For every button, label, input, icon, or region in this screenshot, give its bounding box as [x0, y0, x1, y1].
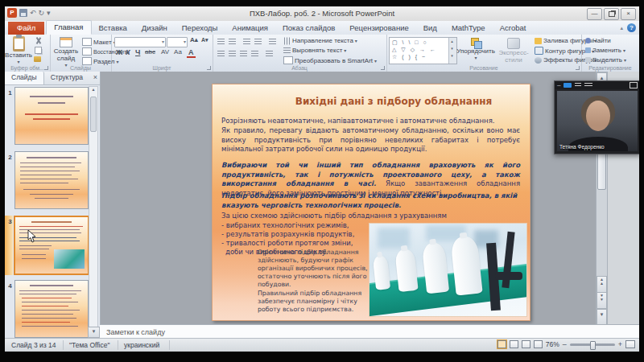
bold-button[interactable]: Ж [114, 48, 124, 56]
slide-thumbnail-2[interactable] [14, 151, 89, 209]
slide-thumbnail-1[interactable] [14, 87, 89, 145]
webcam-overlay[interactable]: – Тетяна Федоренко [554, 80, 639, 154]
zoom-out-button[interactable]: – [563, 341, 567, 348]
tab-slideshow[interactable]: Показ слайдов [275, 22, 342, 35]
help-icon[interactable]: ? [627, 23, 636, 32]
shrink-font-button[interactable]: A▾ [200, 37, 210, 43]
slide-number: 2 [6, 154, 14, 161]
next-slide-button[interactable]: ▼▼ [597, 292, 607, 309]
tab-mathtype[interactable]: MathType [444, 22, 493, 35]
char-spacing-button[interactable]: AV [159, 48, 171, 56]
paste-button[interactable]: Вставить▾ [6, 36, 31, 66]
paragraph-dialog-launcher[interactable] [381, 66, 385, 70]
tab-animations[interactable]: Анимация [225, 22, 275, 35]
group-editing: Найти Заменить▾ Выделить▾ Редактирование [581, 35, 639, 72]
shapes-gallery-scroll[interactable]: ▴▾▾ [448, 38, 456, 64]
tab-insert[interactable]: Вставка [92, 22, 134, 35]
text-direction-button[interactable]: Направление текста▾ [283, 37, 357, 44]
drawing-dialog-launcher[interactable] [576, 66, 580, 70]
milk-bottle [422, 242, 449, 294]
strikethrough-button[interactable]: abc [143, 48, 157, 56]
zoom-slider[interactable] [570, 343, 615, 346]
find-button[interactable]: Найти [585, 37, 611, 44]
decrease-indent-icon[interactable] [243, 39, 250, 45]
change-case-button[interactable]: Аа [172, 48, 184, 56]
grow-font-button[interactable]: A▴ [188, 36, 200, 43]
clipboard-dialog-launcher[interactable] [44, 66, 48, 70]
view-normal-button[interactable] [497, 340, 506, 348]
align-center-icon[interactable] [229, 51, 236, 57]
layout-icon [82, 38, 92, 46]
previous-slide-button[interactable]: ▲▲ [597, 276, 607, 293]
smartart-icon [283, 56, 293, 64]
font-name-combo[interactable] [114, 37, 166, 47]
tab-design[interactable]: Дизайн [134, 22, 175, 35]
panel-collapse-button[interactable]: ▼ [88, 327, 100, 338]
view-sorter-button[interactable] [510, 340, 518, 348]
panel-tab-slides[interactable]: Слайды [5, 72, 44, 84]
columns-icon[interactable] [266, 51, 273, 57]
format-painter-button[interactable] [34, 56, 41, 62]
thumbnail-photo [54, 249, 85, 269]
zoom-slider-thumb[interactable] [590, 341, 596, 350]
webcam-minimize-icon[interactable]: – [557, 82, 560, 88]
quick-styles-button[interactable]: Экспресс-стили [494, 38, 533, 64]
tab-transitions[interactable]: Переходы [175, 22, 225, 35]
font-dialog-launcher[interactable] [207, 66, 211, 70]
view-reading-button[interactable] [522, 340, 530, 348]
slide-thumbnail-4[interactable] [14, 280, 89, 338]
close-button[interactable]: × [621, 8, 636, 20]
slide-thumbnail-3[interactable] [14, 216, 89, 275]
view-slideshow-button[interactable] [534, 340, 543, 348]
shape-effects-icon [535, 57, 542, 64]
slide-number: 3 [6, 218, 14, 225]
increase-indent-icon[interactable] [254, 39, 262, 45]
numbering-icon[interactable] [229, 39, 236, 45]
justify-icon[interactable] [251, 51, 258, 57]
panel-scrollbar[interactable]: ▲ [89, 86, 98, 337]
zoom-level[interactable]: 76% [546, 340, 559, 348]
italic-button[interactable]: К [124, 48, 132, 56]
shapes-gallery[interactable]: ▢ \ \ □ ○ △ ▽ ◇ → ← ☆ ( ) { ~ ▴▾▾ [389, 37, 457, 64]
webcam-layout-icon[interactable] [575, 83, 581, 88]
font-size-combo[interactable] [167, 37, 188, 47]
convert-smartart-button[interactable]: Преобразовать в SmartArt▾ [283, 56, 377, 64]
zoom-in-button[interactable]: + [618, 341, 622, 348]
cut-button[interactable] [34, 37, 43, 44]
slide-note-text: Правильний підбір обладнання забезпечує … [258, 290, 378, 314]
panel-scroll-up-icon[interactable]: ▲ [89, 87, 97, 92]
tab-home[interactable]: Главная [46, 20, 91, 35]
scroll-down-button[interactable]: ▼ [597, 309, 607, 325]
webcam-grid-icon[interactable] [584, 83, 592, 88]
copy-button[interactable] [35, 47, 42, 54]
arrange-button[interactable]: Упорядочить▾ [457, 38, 494, 62]
replace-button[interactable]: Заменить▾ [585, 47, 625, 54]
font-color-button[interactable]: А [187, 48, 196, 58]
align-text-button[interactable]: Выровнять текст▾ [283, 47, 346, 54]
shape-row: △ ▽ ◇ → ← [392, 46, 448, 53]
new-slide-button[interactable]: Создать слайд▾ [52, 37, 80, 69]
webcam-popout-icon[interactable] [630, 82, 638, 88]
select-button[interactable]: Выделить▾ [585, 56, 626, 64]
panel-close-icon[interactable]: × [93, 73, 97, 81]
fit-to-window-button[interactable] [625, 340, 635, 348]
slide-canvas[interactable]: Вихідні дані з підбору обладнання Розріз… [212, 84, 530, 321]
restore-button[interactable] [604, 8, 619, 20]
drawing-group-label: Рисование [386, 65, 581, 71]
minimize-ribbon-icon[interactable]: ▴ [620, 25, 623, 31]
tab-acrobat[interactable]: Acrobat [493, 22, 534, 35]
theme-name[interactable]: "Тема Office" [69, 341, 109, 349]
underline-button[interactable]: Ч [134, 48, 142, 56]
panel-tab-outline[interactable]: Структура [44, 72, 89, 84]
webcam-video-icon[interactable] [564, 83, 572, 88]
align-right-icon[interactable] [240, 51, 247, 57]
align-left-icon[interactable] [217, 51, 225, 57]
language-indicator[interactable]: украинский [124, 341, 159, 349]
minimize-button[interactable]: — [587, 8, 602, 20]
tab-view[interactable]: Вид [416, 22, 444, 35]
tab-file[interactable]: Файл [8, 22, 44, 35]
tab-review[interactable]: Рецензирование [342, 22, 415, 35]
panel-scroll-thumb[interactable] [90, 97, 97, 132]
bullets-icon[interactable] [217, 39, 225, 45]
line-spacing-icon[interactable] [269, 39, 276, 45]
